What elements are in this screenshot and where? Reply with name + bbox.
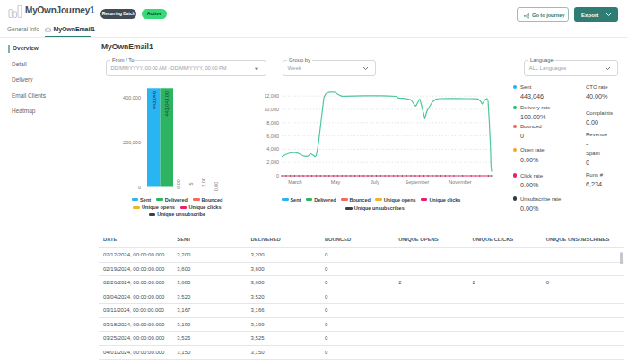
svg-text:September: September xyxy=(406,179,430,185)
svg-text:2.00: 2.00 xyxy=(201,178,206,187)
svg-text:8,000: 8,000 xyxy=(266,120,279,126)
svg-text:10,000: 10,000 xyxy=(265,107,279,112)
svg-text:May: May xyxy=(331,179,341,185)
svg-text:0: 0 xyxy=(138,185,141,190)
svg-text:443,046: 443,046 xyxy=(152,91,157,109)
svg-text:200,000: 200,000 xyxy=(123,140,141,145)
svg-text:12,000: 12,000 xyxy=(265,93,279,99)
svg-text:5: 5 xyxy=(188,182,194,185)
svg-text:0: 0 xyxy=(276,173,279,178)
svg-text:400,000: 400,000 xyxy=(123,95,141,100)
svg-text:443,043.00: 443,043.00 xyxy=(164,91,170,117)
svg-text:July: July xyxy=(371,179,379,185)
svg-text:March: March xyxy=(288,179,301,185)
svg-text:November: November xyxy=(449,179,472,185)
svg-text:0.00: 0.00 xyxy=(214,182,219,192)
svg-text:0.00: 0.00 xyxy=(176,179,181,189)
svg-text:6,000: 6,000 xyxy=(266,134,279,139)
svg-text:2,000: 2,000 xyxy=(266,160,279,165)
svg-text:4,000: 4,000 xyxy=(266,146,279,152)
